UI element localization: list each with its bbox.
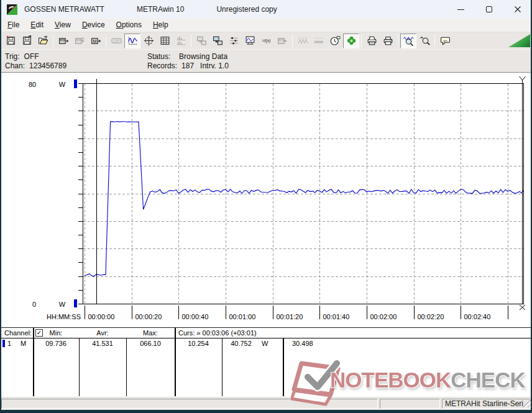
records-field: Records:187 Intrv. 1.0 (147, 61, 229, 70)
print-icon (383, 35, 393, 46)
trigger-value: OFF (24, 52, 39, 61)
toolbar-print-button[interactable] (380, 34, 396, 48)
window-left-border (0, 0, 1, 413)
statusbar-device-model: METRAHit Starline-Seri (442, 399, 530, 409)
y-max-label: 80 (29, 81, 36, 88)
channel-label: Chan: (5, 61, 25, 70)
zoom-wave-icon (403, 35, 414, 46)
toolbar-trigger-button[interactable] (343, 34, 359, 48)
cursor2-unit: W (262, 340, 268, 347)
toolbar-device-memory-button[interactable]: M (88, 34, 104, 48)
min-value: 09.736 (33, 340, 79, 347)
x-tick-label: 00:01:20 (277, 313, 303, 320)
statusbar-panel-main (1, 399, 378, 409)
toolbar-clock-button[interactable] (327, 34, 343, 48)
channel-color-marker (2, 340, 5, 347)
table-header-underline (0, 338, 532, 338)
toolbar-zoom-wave-button[interactable] (400, 34, 416, 48)
table-view-icon (160, 35, 170, 46)
records-label: Records: (147, 61, 177, 70)
toolbar-open-button[interactable] (35, 34, 51, 48)
y-unit-label-bottom: W (59, 301, 66, 308)
measurement-table: Channel: ✓ Min: Avr: Max: Curs: » 00:03:… (0, 327, 532, 396)
toolbar-separator (398, 35, 398, 47)
x-tick-label: 00:02:00 (370, 313, 397, 320)
x-tick-label: 00:00:20 (135, 313, 162, 320)
toolbar-save-button[interactable] (2, 34, 19, 48)
minimize-button[interactable] (446, 0, 475, 19)
toolbar-print-preview-button[interactable] (364, 34, 380, 48)
toolbar-chart-view-button[interactable] (124, 34, 140, 48)
window-bottom-border (0, 410, 532, 413)
channels-icon (229, 35, 239, 46)
title-bar: GOSSEN METRAWATT METRAwin 10 Unregistere… (0, 0, 532, 19)
x-tick-label: 00:02:40 (464, 313, 491, 320)
menu-device[interactable]: Device (76, 19, 111, 32)
toolbar-separator (292, 35, 293, 47)
toolbar-separator (361, 35, 362, 47)
device-read-icon (58, 35, 69, 46)
toolbar-formula-button[interactable]: =f(x) (258, 34, 274, 48)
print-preview-icon (367, 35, 377, 46)
product-name: METRAwin 10 (137, 5, 184, 14)
column-header-max: Max: (126, 329, 175, 337)
device-settings-icon (277, 35, 288, 46)
svg-text:»»: »» (443, 39, 447, 42)
maximize-button[interactable] (475, 0, 503, 19)
toolbar-zoom-cursor-button[interactable] (416, 34, 433, 48)
y-axis-bottom-marker (74, 299, 77, 307)
toolbar-channels-button[interactable] (226, 34, 242, 48)
crosshair-icon (144, 35, 154, 46)
save-icon (6, 35, 16, 46)
toolbar-crosshair-button[interactable] (140, 34, 157, 48)
menu-edit[interactable]: Edit (25, 19, 49, 32)
interval-value: 1.0 (218, 61, 229, 70)
channel-number: 1 (7, 340, 11, 347)
svg-text:M: M (93, 39, 96, 43)
y-min-label: 0 (32, 301, 36, 308)
cursor1-value: 10.254 (175, 340, 222, 347)
x-tick-label: 00:00:00 (88, 313, 115, 320)
toolbar-export-button (193, 34, 209, 48)
zoom-cursor-icon (420, 35, 430, 46)
menu-help[interactable]: Help (147, 19, 174, 32)
toolbar-separator (53, 35, 53, 47)
trigger-status: Trig:OFF (5, 52, 39, 61)
toolbar-save-as-button[interactable] (19, 34, 35, 48)
channel-list: Chan:123456789 (5, 61, 66, 70)
toolbar-wave-low-button (295, 34, 311, 48)
toolbar-separator (191, 35, 191, 47)
statusbar-panel-secondary (380, 399, 440, 409)
app-logo-icon (7, 4, 17, 15)
minimize-icon (457, 9, 464, 10)
toolbar: M1257=f(x)»» (0, 32, 532, 49)
menu-options[interactable]: Options (111, 19, 147, 32)
delta-value: 30.498 (292, 340, 313, 347)
svg-text:=f(x): =f(x) (262, 39, 270, 43)
window-controls (446, 0, 532, 19)
toolbar-separator (106, 35, 106, 47)
toolbar-comment-button[interactable]: »» (437, 34, 453, 48)
export-icon (196, 35, 207, 46)
toolbar-corner-indicator (508, 34, 530, 47)
menu-file[interactable]: File (2, 19, 25, 32)
channel-value: 123456789 (29, 61, 66, 70)
menu-view[interactable]: View (49, 19, 76, 32)
x-tick-label: 00:01:00 (229, 313, 256, 320)
toolbar-import-button[interactable] (209, 34, 226, 48)
display-icon: 1257 (111, 35, 122, 46)
close-button[interactable] (503, 0, 532, 19)
toolbar-wave-dense-button (311, 34, 327, 48)
toolbar-device-read-button[interactable] (55, 34, 71, 48)
save-as-icon (22, 35, 32, 46)
column-header-cursor: Curs: » 00:03:06 (+03:01) (178, 329, 257, 337)
power-chart[interactable]: 00:00:0000:00:2000:00:4000:01:0000:01:20… (0, 73, 532, 328)
toolbar-screen-button[interactable] (242, 34, 258, 48)
x-axis-format-label: HH:MM:SS (47, 313, 81, 320)
open-icon (38, 35, 48, 46)
toolbar-table-view-button[interactable] (157, 34, 173, 48)
screen-icon (245, 35, 255, 46)
toolbar-device-settings-button (274, 34, 290, 48)
bar-view-icon (176, 35, 186, 46)
records-value: 187 (181, 61, 194, 70)
